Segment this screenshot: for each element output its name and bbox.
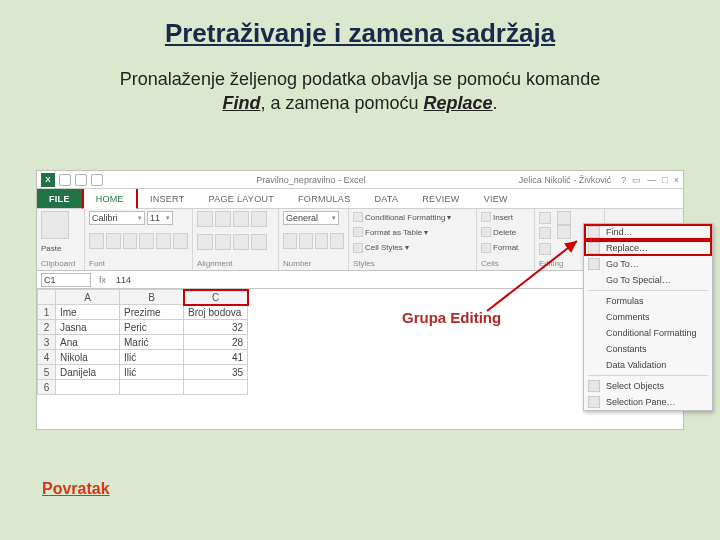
cell[interactable]: 35: [184, 365, 248, 380]
number-format-dropdown[interactable]: General: [283, 211, 339, 225]
comma-icon[interactable]: [315, 233, 329, 249]
cell[interactable]: Prezime: [120, 305, 184, 320]
menu-data-valid[interactable]: Data Validation: [584, 357, 712, 373]
save-icon[interactable]: [59, 174, 71, 186]
cell-styles-button[interactable]: Cell Styles ▾: [353, 242, 472, 254]
cell[interactable]: [120, 380, 184, 395]
redo-icon[interactable]: [91, 174, 103, 186]
tab-insert[interactable]: INSERT: [138, 189, 197, 208]
tab-view[interactable]: VIEW: [472, 189, 520, 208]
menu-find[interactable]: Find…: [584, 224, 712, 240]
formula-value[interactable]: 114: [116, 275, 131, 285]
cell[interactable]: Ilić: [120, 365, 184, 380]
font-size-dropdown[interactable]: 11: [147, 211, 173, 225]
menu-comments[interactable]: Comments: [584, 309, 712, 325]
align-left-icon[interactable]: [197, 234, 213, 250]
undo-icon[interactable]: [75, 174, 87, 186]
quick-access-toolbar[interactable]: X: [41, 173, 103, 187]
tab-review[interactable]: REVIEW: [410, 189, 471, 208]
sort-filter-icon[interactable]: [557, 211, 571, 225]
cell[interactable]: Nikola: [56, 350, 120, 365]
menu-selection-pane[interactable]: Selection Pane…: [584, 394, 712, 410]
cell[interactable]: 32: [184, 320, 248, 335]
align-center-icon[interactable]: [215, 234, 231, 250]
cell[interactable]: Ana: [56, 335, 120, 350]
fill-icon[interactable]: [539, 227, 551, 239]
tab-home[interactable]: HOME: [82, 189, 138, 209]
align-mid-icon[interactable]: [215, 211, 231, 227]
ribbon-display-icon[interactable]: ▭: [632, 175, 641, 185]
tab-data[interactable]: DATA: [362, 189, 410, 208]
close-icon[interactable]: ×: [674, 175, 679, 185]
cell[interactable]: Danijela: [56, 365, 120, 380]
select-all-corner[interactable]: [38, 290, 56, 305]
format-as-table-button[interactable]: Format as Table ▾: [353, 226, 472, 238]
maximize-icon[interactable]: □: [662, 175, 667, 185]
cell[interactable]: 28: [184, 335, 248, 350]
cell[interactable]: Peric: [120, 320, 184, 335]
cell[interactable]: Broj bodova: [184, 305, 248, 320]
percent-icon[interactable]: [299, 233, 313, 249]
clear-icon[interactable]: [539, 243, 551, 255]
cell[interactable]: Jasna: [56, 320, 120, 335]
tab-formulas[interactable]: FORMULAS: [286, 189, 362, 208]
underline-icon[interactable]: [123, 233, 138, 249]
menu-goto[interactable]: Go To…: [584, 256, 712, 272]
bold-icon[interactable]: [89, 233, 104, 249]
menu-cond-fmt[interactable]: Conditional Formatting: [584, 325, 712, 341]
font-name-dropdown[interactable]: Calibri: [89, 211, 145, 225]
minimize-icon[interactable]: —: [647, 175, 656, 185]
find-select-menu: Find… Replace… Go To… Go To Special… For…: [583, 223, 713, 411]
align-right-icon[interactable]: [233, 234, 249, 250]
find-select-icon[interactable]: [557, 225, 571, 239]
row-header[interactable]: 6: [38, 380, 56, 395]
autosum-icon[interactable]: [539, 212, 551, 224]
menu-goto-special[interactable]: Go To Special…: [584, 272, 712, 288]
cells-format-button[interactable]: Format: [481, 242, 530, 254]
border-icon[interactable]: [139, 233, 154, 249]
cell[interactable]: 41: [184, 350, 248, 365]
cond-fmt-icon: [353, 212, 363, 222]
menu-constants[interactable]: Constants: [584, 341, 712, 357]
col-header-b[interactable]: B: [120, 290, 184, 305]
cell[interactable]: Marić: [120, 335, 184, 350]
wrap-icon[interactable]: [251, 211, 267, 227]
window-controls[interactable]: ? ▭ — □ ×: [621, 175, 679, 185]
merge-icon[interactable]: [251, 234, 267, 250]
row-header[interactable]: 1: [38, 305, 56, 320]
cell[interactable]: [56, 380, 120, 395]
back-link[interactable]: Povratak: [42, 480, 110, 498]
paste-icon[interactable]: [41, 211, 69, 239]
cells-delete-button[interactable]: Delete: [481, 226, 530, 238]
menu-formulas[interactable]: Formulas: [584, 293, 712, 309]
cell[interactable]: Ilić: [120, 350, 184, 365]
font-color-icon[interactable]: [173, 233, 188, 249]
cells-insert-button[interactable]: Insert: [481, 211, 530, 223]
name-box[interactable]: C1: [41, 273, 91, 287]
conditional-formatting-button[interactable]: Conditional Formatting ▾: [353, 211, 472, 223]
italic-icon[interactable]: [106, 233, 121, 249]
inc-dec-icon[interactable]: [330, 233, 344, 249]
cell[interactable]: Ime: [56, 305, 120, 320]
row-header[interactable]: 2: [38, 320, 56, 335]
align-top-icon[interactable]: [197, 211, 213, 227]
row-header[interactable]: 5: [38, 365, 56, 380]
tab-file[interactable]: FILE: [37, 189, 82, 208]
group-label-alignment: Alignment: [197, 259, 274, 268]
col-header-c[interactable]: C: [184, 290, 248, 305]
slide-subtitle: Pronalaženje željenog podatka obavlja se…: [100, 67, 620, 116]
cell[interactable]: [184, 380, 248, 395]
insert-icon: [481, 212, 491, 222]
row-header[interactable]: 3: [38, 335, 56, 350]
col-header-a[interactable]: A: [56, 290, 120, 305]
menu-replace[interactable]: Replace…: [584, 240, 712, 256]
tab-page-layout[interactable]: PAGE LAYOUT: [197, 189, 286, 208]
align-bot-icon[interactable]: [233, 211, 249, 227]
help-icon[interactable]: ?: [621, 175, 626, 185]
row-header[interactable]: 4: [38, 350, 56, 365]
group-cells: Insert Delete Format Cells: [477, 209, 535, 270]
fill-color-icon[interactable]: [156, 233, 171, 249]
menu-select-objects[interactable]: Select Objects: [584, 378, 712, 394]
fx-icon[interactable]: fx: [99, 275, 106, 285]
currency-icon[interactable]: [283, 233, 297, 249]
